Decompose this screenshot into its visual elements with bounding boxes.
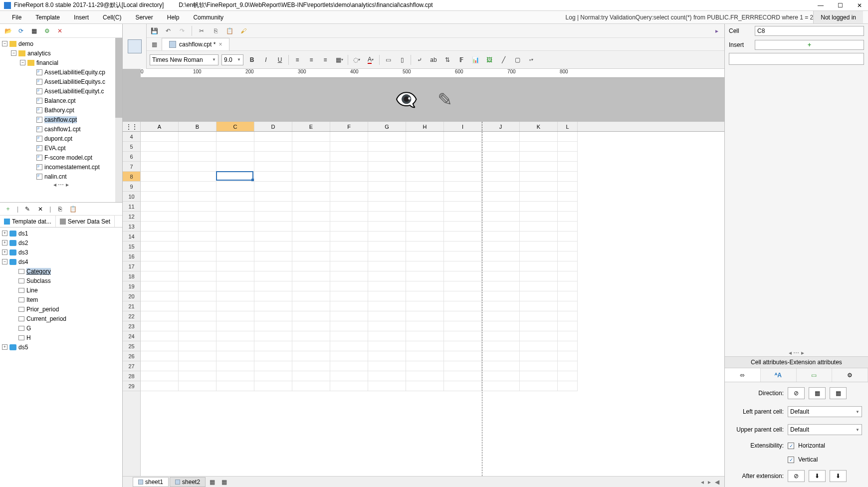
cell[interactable] [558,202,578,212]
cell[interactable] [406,381,444,391]
cell[interactable] [179,311,217,321]
cell[interactable] [520,301,558,311]
cell[interactable] [217,281,254,291]
cell[interactable] [292,222,330,232]
ds-node[interactable]: −ds4 [0,257,122,266]
cell[interactable] [368,182,406,192]
row-header[interactable]: 28 [123,371,140,381]
cell[interactable] [406,361,444,371]
cell[interactable] [482,172,520,182]
cell[interactable] [406,132,444,142]
cell[interactable] [179,212,217,222]
cell[interactable] [558,222,578,232]
cell[interactable] [141,212,179,222]
image-button[interactable]: 🖼 [484,54,495,65]
cell[interactable] [482,341,520,351]
tree-node[interactable]: AssetLiabilitieEquityt.c [0,86,122,96]
cell[interactable] [254,381,292,391]
cell[interactable] [141,281,179,291]
horizontal-checkbox[interactable]: ✓ [788,443,794,449]
cell[interactable] [141,132,179,142]
cell[interactable] [330,291,368,301]
cell[interactable] [444,331,482,341]
tree-toggle-icon[interactable]: − [20,60,25,65]
cell[interactable] [179,162,217,172]
cell[interactable] [217,132,254,142]
cell[interactable] [444,222,482,232]
ds-node[interactable]: Category [0,266,122,276]
cell[interactable] [292,321,330,331]
cell[interactable] [558,251,578,261]
cell[interactable] [179,291,217,301]
cell[interactable] [254,202,292,212]
italic-button[interactable]: I [260,54,271,65]
cell[interactable] [558,232,578,242]
cell[interactable] [482,311,520,321]
parameter-pane[interactable]: 👁‍🗨 ✎ [123,78,724,122]
cell[interactable] [330,301,368,311]
present-tab[interactable]: ▭ [797,368,833,382]
cell[interactable] [217,192,254,202]
cell[interactable] [141,242,179,251]
row-header[interactable]: 18 [123,271,140,281]
login-status[interactable]: Not logged in [813,11,863,23]
cell[interactable] [482,271,520,281]
cell[interactable] [179,271,217,281]
cell[interactable] [558,341,578,351]
cell[interactable] [330,232,368,242]
direction-vertical-button[interactable]: ▦ [809,387,826,399]
cell[interactable] [254,212,292,222]
cell[interactable] [406,202,444,212]
cell[interactable] [444,361,482,371]
cell[interactable] [254,321,292,331]
cell[interactable] [444,152,482,162]
cell[interactable] [520,152,558,162]
cell[interactable] [330,261,368,271]
cell[interactable] [330,331,368,341]
column-header[interactable]: I [444,122,482,131]
column-header[interactable]: C [217,122,254,131]
preview-button[interactable] [123,24,147,69]
cell[interactable] [179,321,217,331]
cell[interactable] [141,321,179,331]
cell[interactable] [406,291,444,301]
cell[interactable] [254,341,292,351]
row-header[interactable]: 22 [123,311,140,321]
menu-expand-icon[interactable]: ▸ [712,26,721,35]
row-header[interactable]: 16 [123,251,140,261]
cell[interactable] [179,281,217,291]
cell[interactable] [254,232,292,242]
cell[interactable] [217,321,254,331]
cell[interactable] [520,182,558,192]
cell[interactable] [141,331,179,341]
cell[interactable] [368,162,406,172]
cell[interactable] [254,242,292,251]
cell[interactable] [292,132,330,142]
tree-node[interactable]: dupont.cpt [0,134,122,143]
cell-content-input[interactable] [729,53,864,65]
ds-node[interactable]: Subclass [0,276,122,285]
cell[interactable] [520,172,558,182]
cell[interactable] [368,331,406,341]
cell[interactable] [254,142,292,152]
cell[interactable] [254,132,292,142]
sheet-scroll-left-icon[interactable]: ◀ [715,479,719,486]
cell[interactable] [330,281,368,291]
copy-icon[interactable]: ⎘ [56,205,64,213]
cell[interactable] [558,192,578,202]
cell[interactable] [444,162,482,172]
align-center-button[interactable]: ≡ [306,54,317,65]
cell[interactable] [406,242,444,251]
cell[interactable] [217,142,254,152]
left-parent-select[interactable]: Default▼ [788,406,862,417]
column-header[interactable]: K [520,122,558,131]
cell[interactable] [179,341,217,351]
cell[interactable] [520,212,558,222]
cell[interactable] [217,261,254,271]
cell[interactable] [179,152,217,162]
cell[interactable] [482,162,520,172]
cell[interactable] [254,331,292,341]
cell[interactable] [217,341,254,351]
cell[interactable] [368,232,406,242]
more-button[interactable]: ▫▾ [526,54,537,65]
